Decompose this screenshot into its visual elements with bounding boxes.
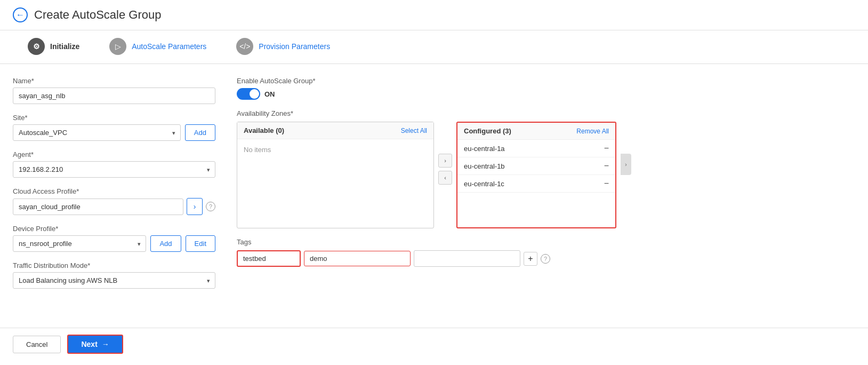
name-label: Name* (13, 77, 215, 85)
add-site-button[interactable]: Add (185, 124, 215, 141)
wizard-tabs: ⚙ Initialize ▷ AutoScale Parameters </> … (0, 30, 868, 64)
page-title: Create AutoScale Group (34, 8, 161, 22)
available-az-box: Available (0) Select All No items (237, 122, 434, 228)
agent-select-wrapper: 192.168.2.210 ▾ (13, 161, 215, 178)
add-device-profile-button[interactable]: Add (150, 235, 181, 252)
az-label: Availability Zones* (237, 109, 855, 117)
remove-az-item-0-button[interactable]: − (604, 144, 609, 153)
right-panel: Enable AutoScale Group* ON Availability … (237, 77, 855, 315)
cloud-profile-help-icon[interactable]: ? (206, 202, 215, 211)
move-right-button[interactable]: › (438, 154, 452, 168)
az-transfer-container: Available (0) Select All No items › ‹ Co… (237, 122, 855, 228)
az-item-name: eu-central-1c (464, 180, 504, 188)
configured-az-header: Configured (3) Remove All (457, 123, 615, 140)
tag-input-0[interactable] (237, 250, 301, 267)
configured-az-title: Configured (3) (464, 127, 511, 135)
az-item: eu-central-1a − (457, 140, 615, 157)
tab-provision-label: Provision Parameters (259, 42, 330, 51)
cloud-profile-nav-button[interactable]: › (187, 198, 203, 215)
tag-input-1[interactable] (304, 251, 411, 266)
tab-autoscale-label: AutoScale Parameters (132, 42, 206, 51)
back-button[interactable]: ← (13, 7, 28, 22)
tab-autoscale-icon: ▷ (109, 38, 126, 55)
back-icon: ← (16, 10, 25, 20)
cloud-profile-input[interactable] (13, 199, 183, 215)
tab-provision-params[interactable]: </> Provision Parameters (221, 30, 345, 64)
az-item-name: eu-central-1a (464, 145, 505, 153)
site-select[interactable]: Autoscale_VPC (13, 124, 181, 141)
next-button-label: Next (81, 340, 97, 348)
enable-asg-toggle[interactable] (237, 88, 260, 100)
name-group: Name* (13, 77, 215, 104)
availability-zones-section: Availability Zones* Available (0) Select… (237, 109, 855, 228)
tab-provision-icon: </> (236, 38, 253, 55)
tab-initialize-icon: ⚙ (28, 38, 45, 55)
edit-device-profile-button[interactable]: Edit (186, 235, 215, 252)
main-content: Name* Site* Autoscale_VPC ▾ Add Agent* 1… (0, 64, 868, 328)
configured-az-items: eu-central-1a − eu-central-1b − eu-centr… (457, 140, 615, 193)
enable-asg-label: Enable AutoScale Group* (237, 77, 855, 85)
cloud-profile-group: Cloud Access Profile* › ? (13, 187, 215, 215)
az-item: eu-central-1b − (457, 157, 615, 175)
az-item: eu-central-1c − (457, 175, 615, 193)
left-panel: Name* Site* Autoscale_VPC ▾ Add Agent* 1… (13, 77, 215, 315)
next-button[interactable]: Next → (67, 335, 123, 354)
site-row: Autoscale_VPC ▾ Add (13, 124, 215, 141)
next-arrow-icon: → (102, 340, 109, 348)
remove-all-button[interactable]: Remove All (576, 128, 609, 135)
side-help-container: › (621, 154, 631, 175)
cloud-profile-label: Cloud Access Profile* (13, 187, 215, 195)
traffic-mode-group: Traffic Distribution Mode* Load Balancin… (13, 261, 215, 289)
move-left-button[interactable]: ‹ (438, 171, 452, 185)
site-label: Site* (13, 114, 215, 122)
device-profile-select[interactable]: ns_nsroot_profile (13, 235, 146, 252)
traffic-mode-label: Traffic Distribution Mode* (13, 261, 215, 269)
remove-az-item-1-button[interactable]: − (604, 161, 609, 171)
device-profile-select-wrapper: ns_nsroot_profile ▾ (13, 235, 146, 252)
side-help-button[interactable]: › (621, 154, 631, 175)
cancel-button[interactable]: Cancel (13, 336, 61, 353)
device-profile-row: ns_nsroot_profile ▾ Add Edit (13, 235, 215, 252)
name-input[interactable] (13, 88, 215, 104)
traffic-mode-select-wrapper: Load Balancing using AWS NLB ▾ (13, 272, 215, 289)
tab-initialize-label: Initialize (50, 42, 79, 51)
agent-label: Agent* (13, 150, 215, 158)
az-transfer-arrows: › ‹ (438, 154, 452, 185)
agent-select[interactable]: 192.168.2.210 (13, 161, 215, 178)
site-group: Site* Autoscale_VPC ▾ Add (13, 114, 215, 141)
tab-initialize[interactable]: ⚙ Initialize (13, 30, 94, 64)
available-az-header: Available (0) Select All (237, 122, 433, 139)
device-profile-label: Device Profile* (13, 225, 215, 233)
cloud-profile-row: › ? (13, 198, 215, 215)
tags-help-icon[interactable]: ? (541, 254, 550, 264)
available-az-title: Available (0) (244, 126, 284, 134)
toggle-row: ON (237, 88, 855, 100)
tags-section: Tags + ? (237, 238, 855, 267)
traffic-mode-select[interactable]: Load Balancing using AWS NLB (13, 272, 215, 289)
right-arrow-icon: › (194, 202, 196, 211)
tags-row: + ? (237, 250, 855, 267)
available-az-body: No items (237, 139, 433, 222)
no-items-text: No items (244, 146, 271, 154)
remove-az-item-2-button[interactable]: − (604, 179, 609, 188)
site-select-wrapper: Autoscale_VPC ▾ (13, 124, 181, 141)
toggle-state-text: ON (264, 90, 275, 98)
tags-label: Tags (237, 238, 855, 246)
toggle-knob (250, 89, 259, 99)
az-item-name: eu-central-1b (464, 162, 505, 170)
tab-autoscale-params[interactable]: ▷ AutoScale Parameters (94, 30, 221, 64)
tag-input-new[interactable] (414, 250, 520, 267)
configured-az-box: Configured (3) Remove All eu-central-1a … (456, 122, 616, 228)
agent-group: Agent* 192.168.2.210 ▾ (13, 150, 215, 178)
add-tag-button[interactable]: + (524, 252, 537, 266)
select-all-button[interactable]: Select All (401, 127, 427, 134)
page-footer: Cancel Next → (0, 328, 868, 360)
page-header: ← Create AutoScale Group (0, 0, 868, 30)
enable-asg-group: Enable AutoScale Group* ON (237, 77, 855, 100)
device-profile-group: Device Profile* ns_nsroot_profile ▾ Add … (13, 225, 215, 252)
